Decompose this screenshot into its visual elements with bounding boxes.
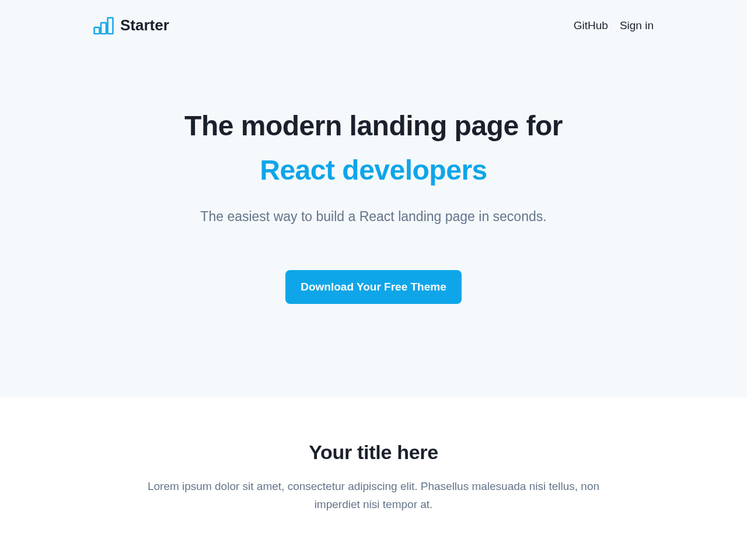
hero-title: The modern landing page for React develo… [93,109,654,187]
hero-section: Starter GitHub Sign in The modern landin… [0,0,747,397]
hero-subtitle: The easiest way to build a React landing… [93,209,654,225]
nav-link-github[interactable]: GitHub [574,19,608,32]
download-theme-button[interactable]: Download Your Free Theme [285,270,462,304]
svg-rect-1 [101,23,106,34]
logo-text: Starter [120,16,169,34]
logo[interactable]: Starter [93,16,169,34]
section-description: Lorem ipsum dolor sit amet, consectetur … [134,478,613,513]
nav-links: GitHub Sign in [574,19,654,32]
content-section: Your title here Lorem ipsum dolor sit am… [0,397,747,560]
hero-title-accent: React developers [93,153,654,187]
svg-rect-0 [95,27,100,34]
bars-chart-icon [93,17,114,34]
navbar: Starter GitHub Sign in [93,0,654,51]
svg-rect-2 [108,18,113,34]
section-title: Your title here [93,441,654,464]
hero-content: The modern landing page for React develo… [93,51,654,397]
nav-link-signin[interactable]: Sign in [620,19,654,32]
hero-title-line1: The modern landing page for [184,110,563,141]
